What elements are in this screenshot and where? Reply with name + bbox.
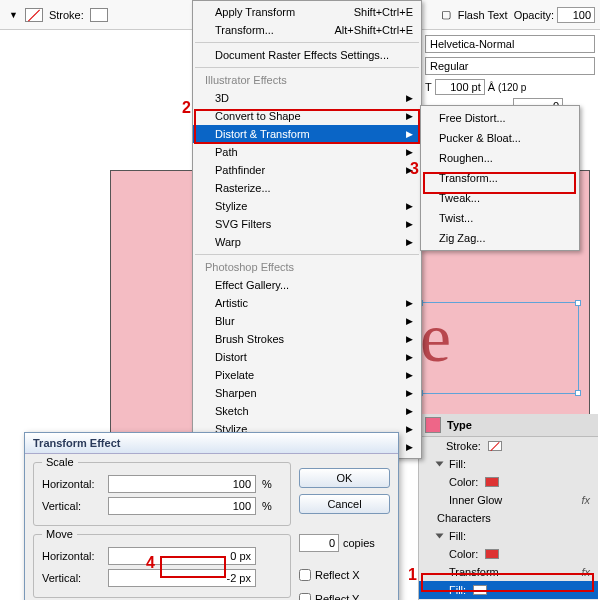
scale-legend: Scale xyxy=(42,456,78,468)
leading-icon: Â xyxy=(488,81,495,93)
chevron-right-icon: ▶ xyxy=(406,406,413,416)
menu-label: Tweak... xyxy=(439,192,480,204)
swatch-white-icon xyxy=(473,585,487,595)
submenu-transform[interactable]: Transform... xyxy=(421,168,579,188)
menu-separator xyxy=(195,67,419,68)
menu-shortcut: Alt+Shift+Ctrl+E xyxy=(334,24,413,36)
ap-inner-glow-row[interactable]: Inner Glow fx xyxy=(419,491,598,509)
menu-brush-strokes[interactable]: Brush Strokes▶ xyxy=(193,330,421,348)
chevron-right-icon: ▶ xyxy=(406,388,413,398)
menu-sketch[interactable]: Sketch▶ xyxy=(193,402,421,420)
ap-color2-row[interactable]: Color: xyxy=(419,545,598,563)
menu-sharpen[interactable]: Sharpen▶ xyxy=(193,384,421,402)
menu-label: 3D xyxy=(215,92,229,104)
ap-fill2-row[interactable]: Fill: xyxy=(419,527,598,545)
chevron-right-icon: ▶ xyxy=(406,93,413,103)
ap-characters-row[interactable]: Characters xyxy=(419,509,598,527)
font-size-input[interactable] xyxy=(435,79,485,95)
ap-label: Fill: xyxy=(449,458,466,470)
handle-icon[interactable] xyxy=(575,300,581,306)
ap-label: Fill: xyxy=(449,584,466,596)
menu-pathfinder[interactable]: Pathfinder▶ xyxy=(193,161,421,179)
menu-label: Convert to Shape xyxy=(215,110,301,122)
menu-distort-ps[interactable]: Distort▶ xyxy=(193,348,421,366)
scale-vertical-input[interactable] xyxy=(108,497,256,515)
callout-4: 4 xyxy=(146,554,155,572)
reflect-x-label: Reflect X xyxy=(315,569,360,581)
menu-doc-raster[interactable]: Document Raster Effects Settings... xyxy=(193,46,421,64)
triangle-down-icon xyxy=(436,462,444,467)
menu-warp[interactable]: Warp▶ xyxy=(193,233,421,251)
menu-label: Pixelate xyxy=(215,369,254,381)
chevron-right-icon: ▶ xyxy=(406,352,413,362)
opacity-input[interactable] xyxy=(557,7,595,23)
menu-label: Effect Gallery... xyxy=(215,279,289,291)
swatch-red-icon xyxy=(485,477,499,487)
move-vertical-input[interactable] xyxy=(108,569,256,587)
ok-button[interactable]: OK xyxy=(299,468,390,488)
percent-unit: % xyxy=(262,500,282,512)
font-family-field[interactable] xyxy=(425,35,595,53)
ap-label: Characters xyxy=(437,512,491,524)
ap-label: Stroke: xyxy=(446,440,481,452)
menu-svg-filters[interactable]: SVG Filters▶ xyxy=(193,215,421,233)
cancel-button[interactable]: Cancel xyxy=(299,494,390,514)
move-horizontal-input[interactable] xyxy=(108,547,256,565)
submenu-zigzag[interactable]: Zig Zag... xyxy=(421,228,579,248)
triangle-down-icon xyxy=(436,534,444,539)
menu-stylize[interactable]: Stylize▶ xyxy=(193,197,421,215)
fill-swatch-none[interactable] xyxy=(25,8,43,22)
reflect-y-checkbox[interactable] xyxy=(299,593,311,600)
reflect-x-checkbox[interactable] xyxy=(299,569,311,581)
type-label: Type xyxy=(447,419,472,431)
scale-fieldset: Scale Horizontal: % Vertical: % xyxy=(33,462,291,526)
ap-transform-row[interactable]: Transform fx xyxy=(419,563,598,581)
menu-label: Distort xyxy=(215,351,247,363)
menu-label: Blur xyxy=(215,315,235,327)
menu-label: Free Distort... xyxy=(439,112,506,124)
menu-apply-transform[interactable]: Apply Transform Shift+Ctrl+E xyxy=(193,3,421,21)
ap-fill-row[interactable]: Fill: xyxy=(419,455,598,473)
font-size-icon: T xyxy=(425,81,432,93)
submenu-roughen[interactable]: Roughen... xyxy=(421,148,579,168)
ap-label: Color: xyxy=(449,476,478,488)
ap-fill-selected-row[interactable]: Fill: xyxy=(419,581,598,599)
menu-label: Warp xyxy=(215,236,241,248)
menu-distort-transform[interactable]: Distort & Transform▶ xyxy=(193,125,421,143)
ap-stroke-row[interactable]: Stroke: xyxy=(419,437,598,455)
flash-text-icon[interactable]: ▢ xyxy=(441,8,451,21)
ap-color-row[interactable]: Color: xyxy=(419,473,598,491)
flash-text-label: Flash Text xyxy=(458,9,508,21)
menu-pixelate[interactable]: Pixelate▶ xyxy=(193,366,421,384)
copies-input[interactable] xyxy=(299,534,339,552)
menu-label: Apply Transform xyxy=(215,6,295,18)
copies-label: copies xyxy=(343,537,375,549)
menu-label: Brush Strokes xyxy=(215,333,284,345)
menu-blur[interactable]: Blur▶ xyxy=(193,312,421,330)
font-style-field[interactable] xyxy=(425,57,595,75)
handle-icon[interactable] xyxy=(575,390,581,396)
menu-convert-shape[interactable]: Convert to Shape▶ xyxy=(193,107,421,125)
menu-separator xyxy=(195,254,419,255)
ap-label: Inner Glow xyxy=(449,494,502,506)
chevron-right-icon: ▶ xyxy=(406,334,413,344)
menu-3d[interactable]: 3D▶ xyxy=(193,89,421,107)
submenu-free-distort[interactable]: Free Distort... xyxy=(421,108,579,128)
menu-label: Document Raster Effects Settings... xyxy=(215,49,389,61)
menu-rasterize[interactable]: Rasterize... xyxy=(193,179,421,197)
stroke-swatch[interactable] xyxy=(90,8,108,22)
submenu-pucker-bloat[interactable]: Pucker & Bloat... xyxy=(421,128,579,148)
selection-bounds[interactable] xyxy=(419,302,579,394)
scale-horizontal-input[interactable] xyxy=(108,475,256,493)
menu-path[interactable]: Path▶ xyxy=(193,143,421,161)
menu-label: Twist... xyxy=(439,212,473,224)
dropdown-icon[interactable]: ▼ xyxy=(9,10,18,20)
menu-artistic[interactable]: Artistic▶ xyxy=(193,294,421,312)
menu-label: Transform... xyxy=(215,24,274,36)
menu-transform-again[interactable]: Transform... Alt+Shift+Ctrl+E xyxy=(193,21,421,39)
menu-effect-gallery[interactable]: Effect Gallery... xyxy=(193,276,421,294)
chevron-right-icon: ▶ xyxy=(406,147,413,157)
submenu-tweak[interactable]: Tweak... xyxy=(421,188,579,208)
ap-label: Transform xyxy=(449,566,499,578)
submenu-twist[interactable]: Twist... xyxy=(421,208,579,228)
